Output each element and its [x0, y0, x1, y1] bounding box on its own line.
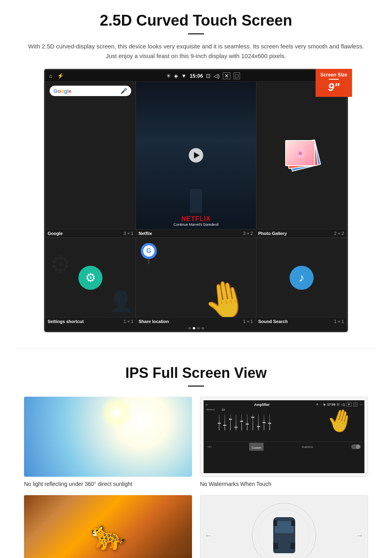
share-label: Share location 1 × 1 — [136, 317, 256, 325]
google-mic-icon[interactable]: 🎤 — [120, 88, 127, 94]
google-search-bar[interactable]: Google 🎤 — [50, 86, 131, 96]
section2-divider — [188, 385, 204, 387]
gallery-label: Photo Gallery 2 × 2 — [256, 229, 347, 237]
netflix-label: Netflix 3 × 2 — [136, 229, 256, 237]
google-logo: Google — [54, 88, 72, 94]
netflix-bg: NETFLIX Continue Marvel's Daredevil — [136, 82, 256, 229]
wifi-icon: ▼ — [181, 73, 186, 79]
settings-icon: ⚙ — [78, 266, 102, 290]
status-center-icons: ✳ ◈ ▼ 15:06 ⊡ ◁) ✕ □ — [64, 72, 343, 79]
share-bg: G 🤚 — [136, 238, 256, 317]
feature-equalizer: ⌂ Amplifier ≡ ·· ◈ 17:33 ⊡ ◁) ✕ □ → — [200, 397, 368, 487]
share-location-cell[interactable]: G 🤚 — [136, 238, 256, 317]
status-bar: ⌂ ⚡ ✳ ◈ ▼ 15:06 ⊡ ◁) ✕ □ — [45, 70, 347, 81]
settings-cell[interactable]: ⚙ 👤 ⚙ — [45, 238, 136, 317]
netflix-app-cell[interactable]: NETFLIX Continue Marvel's Daredevil — [136, 81, 256, 229]
play-triangle-icon — [194, 152, 200, 159]
close-icon: ✕ — [223, 72, 230, 79]
sound-label: Sound Search 1 × 1 — [256, 317, 347, 325]
sound-icon: ♪ — [290, 266, 314, 290]
photo-gallery-cell[interactable]: 🌸 — [256, 81, 347, 229]
nav-dot-2 — [193, 327, 195, 329]
netflix-app-name: Netflix — [139, 231, 152, 236]
google-cell-content: Google 🎤 — [46, 82, 135, 229]
eq-icons: ≡ ·· ◈ 17:33 ⊡ ◁) ✕ □ → — [316, 402, 362, 407]
eq-header: ⌂ Amplifier ≡ ·· ◈ 17:33 ⊡ ◁) ✕ □ → — [206, 402, 362, 407]
google-label: Google 3 × 1 — [45, 229, 136, 237]
section1-description: With 2.5D curved-display screen, this de… — [24, 42, 368, 61]
sound-app-size: 1 × 1 — [334, 319, 344, 324]
sound-app-name: Sound Search — [258, 319, 288, 324]
google-app-size: 3 × 1 — [124, 231, 134, 236]
cheetah-emoji: 🐆 — [91, 519, 126, 552]
sunlight-label: No light reflecting under 360° direct su… — [24, 481, 192, 487]
share-app-size: 1 × 1 — [243, 319, 253, 324]
settings-app-size: 1 × 1 — [124, 319, 134, 324]
section1-divider — [188, 33, 204, 34]
feature-sunlight: No light reflecting under 360° direct su… — [24, 397, 192, 487]
photo-stack: 🌸 — [284, 139, 320, 171]
section2-container: IPS Full Screen View No light reflecting… — [0, 357, 392, 558]
share-app-name: Share location — [139, 319, 169, 324]
badge-label: Screen Size — [320, 72, 347, 78]
location-icon: ◈ — [174, 73, 178, 79]
section-divider — [16, 348, 376, 349]
status-time: 15:06 — [190, 73, 203, 79]
netflix-play-button[interactable] — [189, 148, 203, 163]
feature-grid: No light reflecting under 360° direct su… — [24, 397, 368, 558]
device-mockup: Screen Size 9" ⌂ ⚡ ✳ ◈ ▼ 15:06 ⊡ ◁) ✕ — [44, 69, 348, 332]
bluetooth-icon: ✳ — [166, 73, 171, 79]
svg-text:G: G — [146, 247, 151, 254]
app-label-row-top: Google 3 × 1 Netflix 3 × 2 Photo Gallery… — [45, 229, 347, 237]
hand-icon: 🤚 — [200, 275, 251, 317]
sound-search-cell[interactable]: ♪ — [256, 238, 347, 317]
usb-icon: ⚡ — [57, 73, 64, 79]
section2-title: IPS Full Screen View — [24, 365, 368, 381]
home-icon: ⌂ — [49, 73, 52, 79]
eq-loudness-label: loudness — [302, 446, 313, 448]
gallery-app-size: 2 × 2 — [334, 231, 344, 236]
square-icon: □ — [234, 72, 240, 79]
screen-size-badge: Screen Size 9" — [316, 69, 352, 97]
nav-dot-1 — [188, 327, 191, 329]
app-label-row-bottom: Settings shortcut 1 × 1 Share location 1… — [45, 317, 347, 325]
equalizer-image: ⌂ Amplifier ≡ ·· ◈ 17:33 ⊡ ◁) ✕ □ → — [200, 397, 368, 477]
settings-label: Settings shortcut 1 × 1 — [45, 317, 136, 325]
camera-status-icon: ⊡ — [206, 73, 210, 79]
settings-app-name: Settings shortcut — [48, 319, 84, 324]
sunlight-image — [24, 397, 192, 477]
google-app-name: Google — [48, 231, 63, 236]
share-icon: G — [140, 242, 158, 266]
eq-screen-mockup: ⌂ Amplifier ≡ ·· ◈ 17:33 ⊡ ◁) ✕ □ → — [204, 400, 364, 473]
eq-title: Amplifier — [254, 403, 270, 407]
status-left-icons: ⌂ ⚡ — [49, 73, 64, 79]
badge-size: 9" — [328, 81, 340, 93]
section1-container: 2.5D Curved Touch Screen With 2.5D curve… — [0, 0, 392, 340]
nav-dot-3 — [197, 327, 200, 329]
netflix-app-size: 3 × 2 — [243, 231, 253, 236]
netflix-overlay: NETFLIX Continue Marvel's Daredevil — [136, 213, 256, 229]
car-image: ← → — [200, 495, 368, 558]
gallery-app-name: Photo Gallery — [258, 231, 287, 236]
feature-car: ← → Large Viewing Angle — [200, 495, 368, 558]
app-grid-bottom: ⚙ 👤 ⚙ G — [45, 237, 347, 317]
device-screen: ⌂ ⚡ ✳ ◈ ▼ 15:06 ⊡ ◁) ✕ □ — [44, 69, 348, 332]
nav-dot-4 — [202, 327, 204, 329]
section1-title: 2.5D Curved Touch Screen — [24, 12, 368, 29]
cheetah-image: 🐆 — [24, 495, 192, 558]
feature-cheetah: 🐆 Super Fast Response — [24, 495, 192, 558]
badge-divider — [329, 79, 339, 80]
netflix-detail: Continue Marvel's Daredevil — [139, 223, 252, 227]
volume-icon: ◁) — [214, 73, 219, 79]
settings-bg: ⚙ 👤 ⚙ — [46, 238, 135, 317]
watermark-label: No Watermarks When Touch — [200, 481, 368, 487]
eq-home-icon: ⌂ — [206, 403, 208, 406]
eq-preset: Custom — [252, 446, 261, 449]
netflix-logo: NETFLIX — [139, 215, 252, 223]
sound-bg: ♪ — [257, 238, 346, 317]
app-grid-top: Google 🎤 — [45, 81, 347, 229]
google-app-cell[interactable]: Google 🎤 — [45, 81, 136, 229]
nav-dots — [45, 325, 347, 331]
